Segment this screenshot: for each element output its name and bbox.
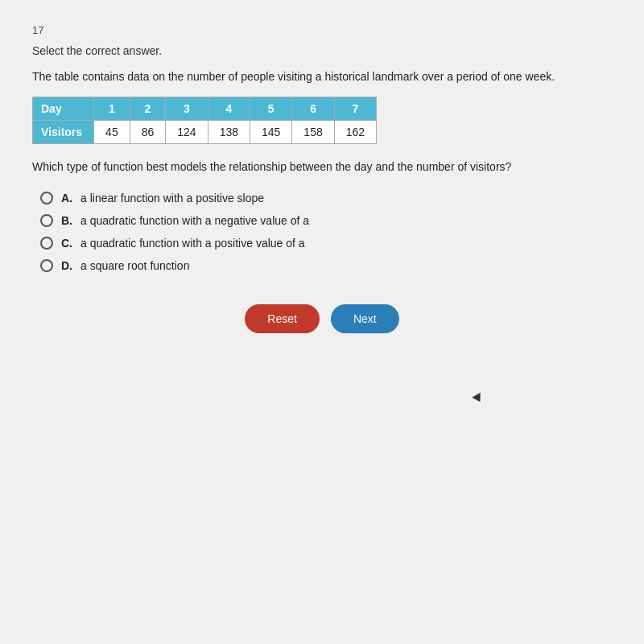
question-number: 17 bbox=[32, 24, 612, 36]
table-header-6: 6 bbox=[292, 97, 334, 121]
instruction: Select the correct answer. bbox=[32, 44, 612, 57]
reset-button[interactable]: Reset bbox=[245, 304, 320, 333]
radio-a[interactable] bbox=[40, 192, 53, 204]
option-c-label: C. bbox=[61, 237, 72, 250]
option-b-label: B. bbox=[61, 214, 72, 227]
option-a-label: A. bbox=[61, 192, 72, 204]
table-cell-v1: 45 bbox=[94, 121, 130, 144]
table-cell-v4: 138 bbox=[208, 121, 250, 144]
option-d[interactable]: D. a square root function bbox=[40, 259, 612, 272]
option-a[interactable]: A. a linear function with a positive slo… bbox=[40, 192, 612, 204]
radio-c[interactable] bbox=[40, 237, 53, 250]
option-d-label: D. bbox=[61, 259, 72, 272]
option-d-text: a square root function bbox=[80, 259, 189, 272]
option-c[interactable]: C. a quadratic function with a positive … bbox=[40, 237, 612, 250]
table-header-2: 2 bbox=[130, 97, 166, 121]
buttons-row: Reset Next bbox=[32, 304, 612, 333]
cursor-icon bbox=[472, 393, 484, 405]
table-cell-v6: 158 bbox=[292, 121, 334, 144]
option-a-text: a linear function with a positive slope bbox=[80, 192, 264, 204]
prompt-text: The table contains data on the number of… bbox=[32, 68, 612, 85]
table-cell-v3: 124 bbox=[166, 121, 208, 144]
table-cell-v2: 86 bbox=[130, 121, 166, 144]
page-container: 17 Select the correct answer. The table … bbox=[0, 0, 644, 644]
option-b[interactable]: B. a quadratic function with a negative … bbox=[40, 214, 612, 227]
options-container: A. a linear function with a positive slo… bbox=[40, 192, 612, 272]
table-cell-v7: 162 bbox=[334, 121, 376, 144]
table-header-day: Day bbox=[33, 97, 94, 121]
table-header-7: 7 bbox=[334, 97, 376, 121]
option-b-text: a quadratic function with a negative val… bbox=[80, 214, 309, 227]
table-header-5: 5 bbox=[250, 97, 291, 121]
option-c-text: a quadratic function with a positive val… bbox=[80, 237, 305, 250]
radio-d[interactable] bbox=[40, 259, 53, 272]
table-cell-v5: 145 bbox=[250, 121, 291, 144]
table-header-4: 4 bbox=[208, 97, 250, 121]
table-row-label: Visitors bbox=[33, 121, 94, 144]
question-text: Which type of function best models the r… bbox=[32, 159, 612, 175]
radio-b[interactable] bbox=[40, 214, 53, 227]
data-table: Day 1 2 3 4 5 6 7 Visitors 45 86 124 138… bbox=[32, 97, 377, 144]
table-header-1: 1 bbox=[94, 97, 130, 121]
next-button[interactable]: Next bbox=[331, 304, 399, 333]
table-header-3: 3 bbox=[166, 97, 208, 121]
